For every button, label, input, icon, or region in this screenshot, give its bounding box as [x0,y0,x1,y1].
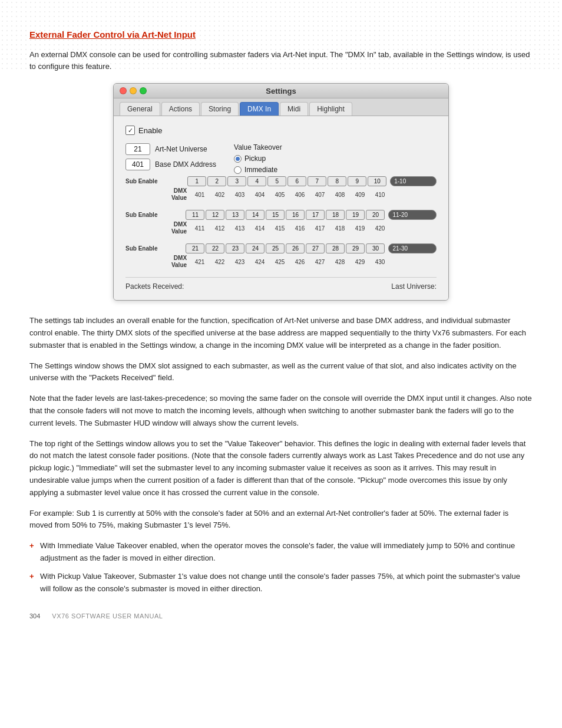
pickup-radio[interactable] [234,155,242,163]
dmx-val-404: 404 [250,192,269,198]
dmx-val-422: 422 [210,259,229,265]
sub-range-11-20: 11-20 [388,210,437,220]
sub-cell-3[interactable]: 3 [227,176,246,186]
dmx-val-416: 416 [290,225,309,232]
close-button-icon[interactable] [120,87,127,94]
sub-cell-24[interactable]: 24 [246,243,265,253]
dmx-val-415: 415 [270,225,289,232]
sub-cell-18[interactable]: 18 [326,210,345,220]
sub-cell-10[interactable]: 10 [368,176,386,186]
sub-section-21-30: Sub Enable 21 22 23 24 25 26 27 28 29 30… [125,243,437,269]
enable-checkbox[interactable]: ✓ [125,126,135,135]
sub-cell-11[interactable]: 11 [186,210,204,220]
immediate-radio[interactable] [234,166,242,174]
intro-paragraph: An external DMX console can be used for … [29,49,533,73]
sub-cell-15[interactable]: 15 [266,210,285,220]
base-dmx-field[interactable]: 401 [125,159,150,170]
dmx-val-424: 424 [250,259,269,265]
sub-cell-29[interactable]: 29 [346,243,365,253]
body-para-2: The Settings window shows the DMX slot a… [29,360,533,385]
dmx-val-428: 428 [330,259,349,265]
body-para-4: The top right of the Settings window all… [29,438,533,499]
sub-section-11-20: Sub Enable 11 12 13 14 15 16 17 18 19 20… [125,210,437,235]
settings-window: Settings General Actions Storing DMX In … [113,83,449,301]
packets-received-label: Packets Received: [125,282,184,291]
dmx-val-408: 408 [330,192,349,198]
tab-highlight[interactable]: Highlight [309,102,352,116]
base-dmx-label: Base DMX Address [155,160,216,169]
sub-cell-27[interactable]: 27 [306,243,325,253]
tab-dmx-in[interactable]: DMX In [240,102,279,116]
sub-enable-label-1: Sub Enable [125,178,186,185]
dmx-val-413: 413 [230,225,249,232]
dmx-val-411: 411 [190,225,209,232]
sub-cell-13[interactable]: 13 [226,210,244,220]
dmx-row-1: DMXValue 401 402 403 404 405 406 407 408… [125,187,437,202]
dmx-val-426: 426 [290,259,309,265]
sub-cell-17[interactable]: 17 [306,210,325,220]
minimize-button-icon[interactable] [130,87,137,94]
sub-cell-12[interactable]: 12 [206,210,224,220]
dmx-val-423: 423 [230,259,249,265]
body-para-5: For example: Sub 1 is currently at 50% w… [29,508,533,532]
dmx-val-409: 409 [351,192,369,198]
dmx-val-419: 419 [351,225,369,232]
tab-midi[interactable]: Midi [280,102,308,116]
bullet-item-2: With Pickup Value Takeover, Submaster 1'… [29,571,533,595]
sub-cell-1[interactable]: 1 [187,176,206,186]
sub-cell-30[interactable]: 30 [366,243,385,253]
sub-cell-16[interactable]: 16 [286,210,305,220]
dmx-val-420: 420 [371,225,389,232]
sub-enable-row-3: Sub Enable 21 22 23 24 25 26 27 28 29 30… [125,243,437,253]
sub-cell-19[interactable]: 19 [346,210,365,220]
sub-cell-22[interactable]: 22 [206,243,224,253]
sub-enable-label-2: Sub Enable [125,212,184,218]
sub-cell-2[interactable]: 2 [207,176,226,186]
tab-actions[interactable]: Actions [161,102,200,116]
immediate-label: Immediate [244,166,277,174]
sub-range-1-10: 1-10 [390,176,437,186]
bullet-list: With Immediate Value Takeover enabled, w… [29,540,533,595]
sub-cell-23[interactable]: 23 [226,243,244,253]
section-heading: External Fader Control via Art-Net Input [29,29,533,39]
artnet-universe-field[interactable]: 21 [125,143,150,155]
enable-label: Enable [138,126,162,135]
sub-cell-5[interactable]: 5 [267,176,286,186]
sub-cell-21[interactable]: 21 [186,243,204,253]
dmx-val-425: 425 [270,259,289,265]
dmx-val-429: 429 [351,259,369,265]
maximize-button-icon[interactable] [140,87,147,94]
sub-cell-14[interactable]: 14 [246,210,265,220]
settings-body: ✓ Enable 21 Art-Net Universe 401 Base DM… [114,116,448,300]
packets-row: Packets Received: Last Universe: [125,277,437,291]
settings-titlebar: Settings [114,84,448,98]
sub-cell-28[interactable]: 28 [326,243,345,253]
dmx-val-405: 405 [270,192,289,198]
value-takeover-title: Value Takeover [234,143,282,151]
sub-cell-4[interactable]: 4 [247,176,266,186]
base-dmx-line: 401 Base DMX Address [125,159,216,170]
tab-storing[interactable]: Storing [201,102,239,116]
sub-enable-label-3: Sub Enable [125,245,184,252]
immediate-radio-row: Immediate [234,166,282,174]
tab-general[interactable]: General [120,102,160,116]
dmx-val-403: 403 [230,192,249,198]
dmx-row-2: DMXValue 411 412 413 414 415 416 417 418… [125,221,437,235]
dmx-val-401: 401 [190,192,209,198]
dmx-val-407: 407 [310,192,329,198]
dmx-val-417: 417 [310,225,329,232]
sub-cell-25[interactable]: 25 [266,243,285,253]
sub-cell-8[interactable]: 8 [328,176,346,186]
page-number: 304 [29,612,40,620]
dmx-value-label-2: DMXValue [125,221,189,235]
dmx-val-406: 406 [290,192,309,198]
fields-row: 21 Art-Net Universe 401 Base DMX Address… [125,143,437,174]
dmx-value-label-3: DMXValue [125,255,189,269]
sub-cell-20[interactable]: 20 [366,210,385,220]
sub-cell-26[interactable]: 26 [286,243,305,253]
sub-cell-6[interactable]: 6 [287,176,306,186]
sub-cell-9[interactable]: 9 [348,176,366,186]
field-group-left: 21 Art-Net Universe 401 Base DMX Address [125,143,216,174]
sub-cell-7[interactable]: 7 [308,176,326,186]
dmx-val-414: 414 [250,225,269,232]
